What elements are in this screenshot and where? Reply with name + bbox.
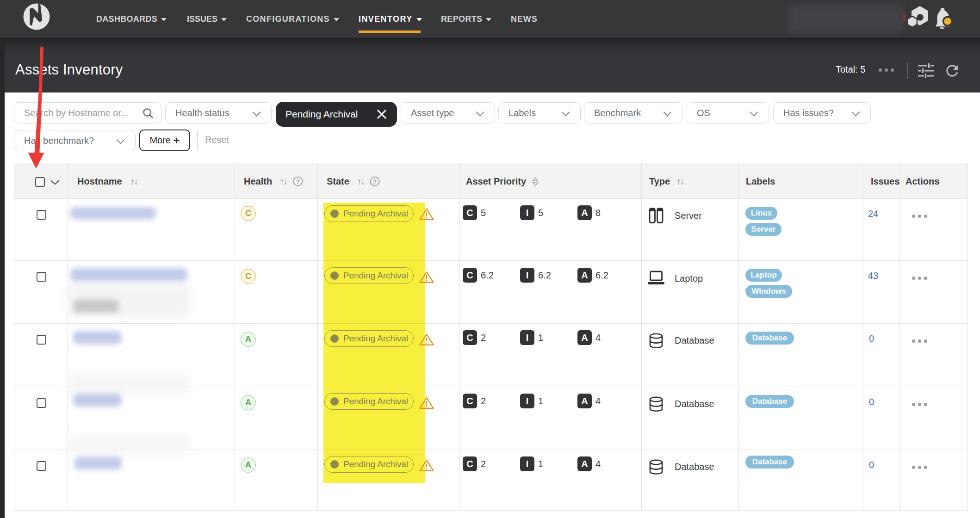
svg-text:?: ? <box>373 178 377 185</box>
svg-text:?: ? <box>296 178 300 185</box>
